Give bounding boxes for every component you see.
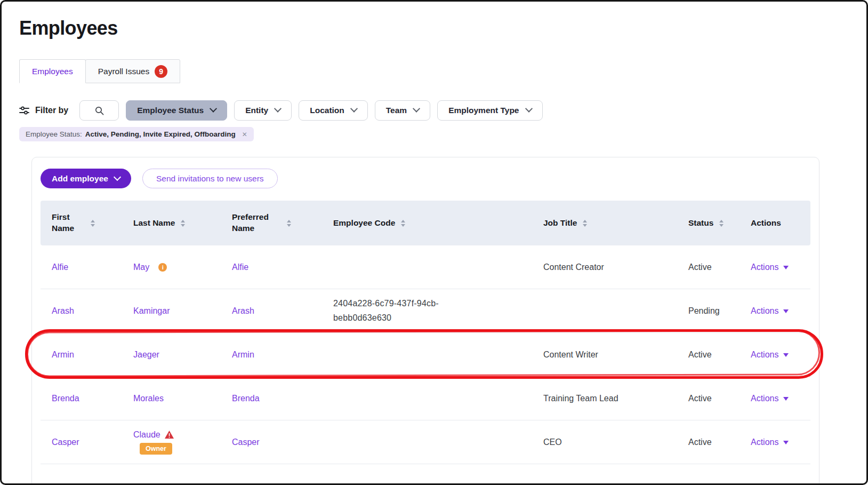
- filter-employment-type[interactable]: Employment Type: [437, 100, 542, 121]
- preferred-name-link[interactable]: Armin: [232, 350, 254, 359]
- page-title: Employees: [19, 18, 866, 39]
- info-icon[interactable]: i: [158, 263, 167, 272]
- first-name-link[interactable]: Arash: [52, 306, 74, 315]
- status-cell: Active: [677, 350, 740, 360]
- filter-by-label: Filter by: [19, 106, 68, 115]
- tab-employees-label: Employees: [32, 67, 73, 76]
- table-row: Casper Claude Owner Casper CEO Active Ac…: [41, 420, 810, 464]
- status-cell: Pending: [677, 306, 740, 316]
- last-name-link[interactable]: May: [133, 263, 149, 272]
- search-button[interactable]: [79, 100, 119, 121]
- chip-values: Active, Pending, Invite Expired, Offboar…: [85, 130, 236, 138]
- actions-menu[interactable]: Actions: [751, 394, 789, 403]
- filter-bar: Filter by Employee Status Entity Locatio…: [19, 100, 866, 121]
- preferred-name-link[interactable]: Casper: [232, 438, 260, 447]
- table-header-row: First Name Last Name Preferred Name Empl…: [41, 201, 810, 245]
- job-title-cell: Training Team Lead: [532, 394, 677, 403]
- first-name-link[interactable]: Alfie: [52, 263, 68, 272]
- sort-arrows-icon: [181, 220, 185, 227]
- chevron-down-icon: [274, 105, 282, 113]
- sort-arrows-icon: [91, 220, 95, 227]
- tab-bar: Employees Payroll Issues 9: [19, 59, 866, 83]
- app-window: Employees Employees Payroll Issues 9 Fil…: [0, 0, 868, 485]
- job-title-cell: Content Writer: [532, 350, 677, 360]
- employees-panel: Add employee Send invitations to new use…: [31, 157, 819, 485]
- first-name-link[interactable]: Casper: [52, 438, 79, 447]
- active-filter-chip: Employee Status: Active, Pending, Invite…: [19, 127, 254, 141]
- chevron-down-icon: [783, 309, 789, 313]
- actions-menu[interactable]: Actions: [751, 350, 789, 360]
- table-row: Brenda Morales Brenda Training Team Lead…: [41, 377, 810, 420]
- preferred-name-link[interactable]: Brenda: [232, 394, 260, 403]
- sort-arrows-icon: [583, 220, 587, 227]
- last-name-link[interactable]: Kamingar: [133, 306, 170, 315]
- chevron-down-icon: [525, 105, 532, 113]
- column-header-employee-code[interactable]: Employee Code: [322, 218, 532, 229]
- actions-menu[interactable]: Actions: [751, 438, 789, 447]
- chevron-down-icon: [783, 397, 789, 401]
- table-row: Arash Kamingar Arash 2404a228-6c79-437f-…: [41, 289, 810, 333]
- panel-toolbar: Add employee Send invitations to new use…: [41, 169, 810, 188]
- column-header-status[interactable]: Status: [677, 218, 740, 229]
- actions-menu[interactable]: Actions: [751, 263, 789, 272]
- table-row-highlighted: Armin Jaeger Armin Content Writer Active…: [41, 333, 810, 377]
- chip-label: Employee Status:: [26, 130, 82, 138]
- sort-arrows-icon: [719, 220, 724, 227]
- chevron-down-icon: [114, 173, 121, 181]
- payroll-issues-count-badge: 9: [155, 65, 167, 78]
- preferred-name-link[interactable]: Arash: [232, 306, 254, 315]
- chevron-down-icon: [783, 353, 789, 357]
- filter-team[interactable]: Team: [375, 100, 430, 121]
- first-name-link[interactable]: Brenda: [52, 394, 79, 403]
- first-name-link[interactable]: Armin: [52, 350, 74, 359]
- chevron-down-icon: [413, 105, 420, 113]
- chevron-down-icon: [783, 266, 789, 269]
- job-title-cell: Content Creator: [532, 263, 677, 272]
- last-name-link[interactable]: Claude: [133, 430, 160, 440]
- tab-payroll-issues[interactable]: Payroll Issues 9: [85, 59, 180, 83]
- column-header-first-name[interactable]: First Name: [41, 212, 122, 234]
- chevron-down-icon: [210, 105, 217, 113]
- send-invitations-button[interactable]: Send invitations to new users: [142, 169, 278, 188]
- filter-entity[interactable]: Entity: [234, 100, 292, 121]
- active-filters-row: Employee Status: Active, Pending, Invite…: [19, 127, 866, 141]
- status-cell: Active: [677, 263, 740, 272]
- employee-code-cell: 2404a228-6c79-437f-94cb-bebb0d63e630: [322, 297, 488, 325]
- close-icon[interactable]: ✕: [242, 131, 247, 138]
- column-header-job-title[interactable]: Job Title: [532, 218, 677, 229]
- filter-employee-status[interactable]: Employee Status: [126, 100, 227, 121]
- tab-payroll-issues-label: Payroll Issues: [98, 67, 149, 76]
- actions-menu[interactable]: Actions: [751, 306, 789, 316]
- add-employee-button[interactable]: Add employee: [41, 169, 131, 188]
- search-icon: [95, 106, 104, 115]
- sort-arrows-icon: [287, 220, 291, 227]
- sort-arrows-icon: [401, 220, 405, 227]
- warning-triangle-icon[interactable]: [165, 431, 174, 439]
- preferred-name-link[interactable]: Alfie: [232, 263, 248, 272]
- status-cell: Active: [677, 438, 740, 447]
- last-name-link[interactable]: Jaeger: [133, 350, 159, 359]
- tab-employees[interactable]: Employees: [19, 59, 86, 83]
- owner-badge: Owner: [140, 443, 172, 455]
- sliders-icon: [19, 106, 29, 115]
- filter-location[interactable]: Location: [299, 100, 368, 121]
- chevron-down-icon: [350, 105, 358, 113]
- column-header-preferred-name[interactable]: Preferred Name: [221, 212, 322, 234]
- job-title-cell: CEO: [532, 438, 677, 447]
- column-header-actions: Actions: [740, 218, 810, 229]
- status-cell: Active: [677, 394, 740, 403]
- table-row: Alfie May i Alfie Content Creator Active…: [41, 245, 810, 289]
- last-name-link[interactable]: Morales: [133, 394, 164, 403]
- column-header-last-name[interactable]: Last Name: [122, 218, 221, 229]
- chevron-down-icon: [783, 441, 789, 444]
